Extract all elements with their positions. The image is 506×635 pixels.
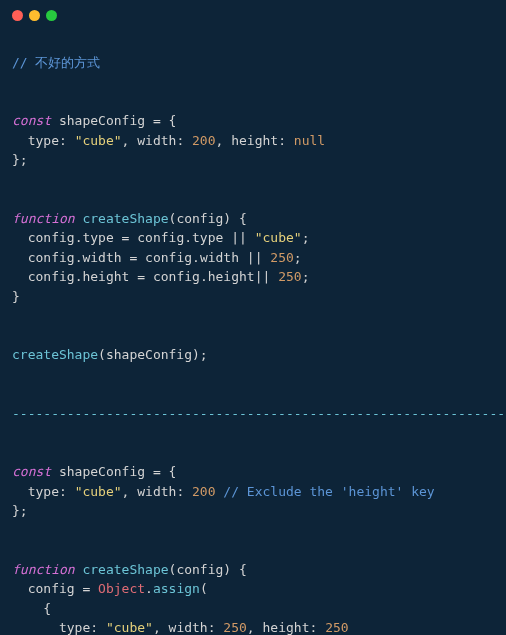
- comment-exclude: // Exclude the 'height' key: [223, 484, 434, 499]
- code-editor[interactable]: // 不好的方式 const shapeConfig = { type: "cu…: [0, 29, 506, 635]
- number-200: 200: [192, 484, 215, 499]
- func-createshape: createShape: [82, 211, 168, 226]
- divider-line: ----------------------------------------…: [12, 406, 505, 421]
- var-config: config: [28, 581, 75, 596]
- var-shapeconfig: shapeConfig: [59, 113, 145, 128]
- arg-shapeconfig: shapeConfig: [106, 347, 192, 362]
- prop-width: width: [200, 250, 239, 265]
- keyword-null: null: [294, 133, 325, 148]
- prop-height: height: [82, 269, 129, 284]
- number-250: 250: [270, 250, 293, 265]
- param-config: config: [176, 211, 223, 226]
- var-config: config: [145, 250, 192, 265]
- window-controls: [0, 0, 506, 29]
- var-config: config: [153, 269, 200, 284]
- var-config: config: [28, 269, 75, 284]
- prop-height: height: [263, 620, 310, 635]
- func-call: createShape: [12, 347, 98, 362]
- close-icon[interactable]: [12, 10, 23, 21]
- number-250: 250: [223, 620, 246, 635]
- number-250: 250: [325, 620, 348, 635]
- var-config: config: [137, 230, 184, 245]
- keyword-const: const: [12, 464, 51, 479]
- maximize-icon[interactable]: [46, 10, 57, 21]
- prop-width: width: [82, 250, 121, 265]
- prop-type: type: [28, 484, 59, 499]
- param-config: config: [176, 562, 223, 577]
- keyword-function: function: [12, 562, 75, 577]
- var-config: config: [28, 250, 75, 265]
- prop-type: type: [192, 230, 223, 245]
- keyword-function: function: [12, 211, 75, 226]
- comment-bad-way: // 不好的方式: [12, 55, 100, 70]
- var-shapeconfig: shapeConfig: [59, 464, 145, 479]
- prop-width: width: [169, 620, 208, 635]
- var-config: config: [28, 230, 75, 245]
- prop-width: width: [137, 484, 176, 499]
- method-assign: assign: [153, 581, 200, 596]
- prop-height: height: [231, 133, 278, 148]
- object-global: Object: [98, 581, 145, 596]
- string-cube: "cube": [106, 620, 153, 635]
- string-cube: "cube": [75, 133, 122, 148]
- prop-type: type: [82, 230, 113, 245]
- keyword-const: const: [12, 113, 51, 128]
- string-cube: "cube": [255, 230, 302, 245]
- number-200: 200: [192, 133, 215, 148]
- func-createshape: createShape: [82, 562, 168, 577]
- minimize-icon[interactable]: [29, 10, 40, 21]
- string-cube: "cube": [75, 484, 122, 499]
- prop-width: width: [137, 133, 176, 148]
- prop-type: type: [59, 620, 90, 635]
- prop-type: type: [28, 133, 59, 148]
- number-250: 250: [278, 269, 301, 284]
- prop-height: height: [208, 269, 255, 284]
